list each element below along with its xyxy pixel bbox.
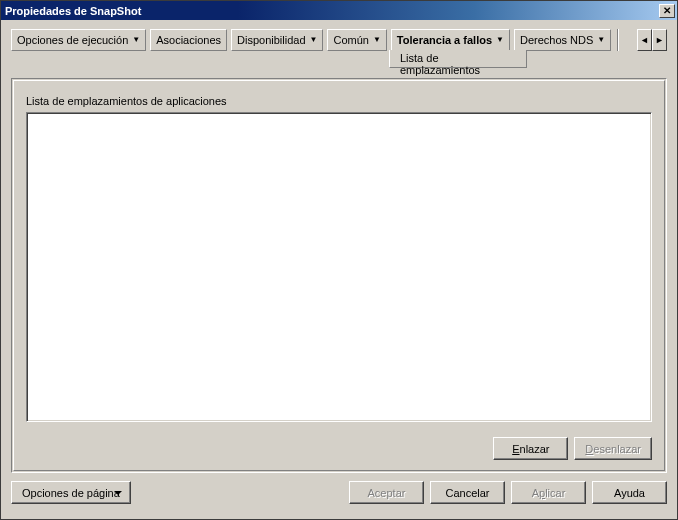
chevron-down-icon: ▼ <box>373 36 381 44</box>
tab-label: Derechos NDS <box>520 34 593 46</box>
app-locations-listbox[interactable] <box>26 112 652 422</box>
dialog-footer: Opciones de página Aceptar Cancelar Apli… <box>1 473 677 504</box>
cancel-button[interactable]: Cancelar <box>430 481 505 504</box>
tab-label: Tolerancia a fallos <box>397 34 492 46</box>
cancel-label: Cancelar <box>445 487 489 499</box>
close-button[interactable]: ✕ <box>659 4 675 18</box>
accept-label: Aceptar <box>368 487 406 499</box>
arrow-right-icon: ► <box>655 36 664 45</box>
tab-scroll-left-button[interactable]: ◄ <box>637 29 652 51</box>
help-label: Ayuda <box>614 487 645 499</box>
help-button[interactable]: Ayuda <box>592 481 667 504</box>
page-options-button[interactable]: Opciones de página <box>11 481 131 504</box>
tab-overflow-nav: ◄ ► <box>637 29 667 51</box>
link-button[interactable]: Enlazar <box>493 437 568 460</box>
window-title: Propiedades de SnapShot <box>5 5 659 17</box>
section-label: Lista de emplazamientos de aplicaciones <box>26 95 652 107</box>
chevron-down-icon: ▼ <box>132 36 140 44</box>
tab-label: Común <box>333 34 368 46</box>
tab-opciones-ejecucion[interactable]: Opciones de ejecución ▼ <box>11 29 146 51</box>
subtab-lista-emplazamientos[interactable]: Lista de emplazamientos <box>389 50 527 68</box>
tab-tolerancia-fallos[interactable]: Tolerancia a fallos ▼ <box>391 29 510 51</box>
apply-button: Aplicar <box>511 481 586 504</box>
tab-label: Opciones de ejecución <box>17 34 128 46</box>
subtab-label: Lista de emplazamientos <box>400 52 480 76</box>
page-options-label: Opciones de página <box>22 487 120 499</box>
tab-scroll-right-button[interactable]: ► <box>652 29 667 51</box>
title-bar: Propiedades de SnapShot ✕ <box>1 1 677 20</box>
chevron-down-icon: ▼ <box>310 36 318 44</box>
tab-disponibilidad[interactable]: Disponibilidad ▼ <box>231 29 323 51</box>
main-panel: Lista de emplazamientos de aplicaciones … <box>11 78 667 473</box>
tab-derechos-nds[interactable]: Derechos NDS ▼ <box>514 29 611 51</box>
chevron-down-icon: ▼ <box>496 36 504 44</box>
chevron-down-icon: ▼ <box>597 36 605 44</box>
tab-label: Asociaciones <box>156 34 221 46</box>
tab-asociaciones[interactable]: Asociaciones <box>150 29 227 51</box>
close-icon: ✕ <box>663 6 671 16</box>
tab-comun[interactable]: Común ▼ <box>327 29 386 51</box>
tab-label: Disponibilidad <box>237 34 306 46</box>
unlink-button: Desenlazar <box>574 437 652 460</box>
tab-strip: Opciones de ejecución ▼ Asociaciones Dis… <box>1 20 677 68</box>
tab-divider <box>617 29 619 51</box>
accept-button: Aceptar <box>349 481 424 504</box>
arrow-left-icon: ◄ <box>640 36 649 45</box>
